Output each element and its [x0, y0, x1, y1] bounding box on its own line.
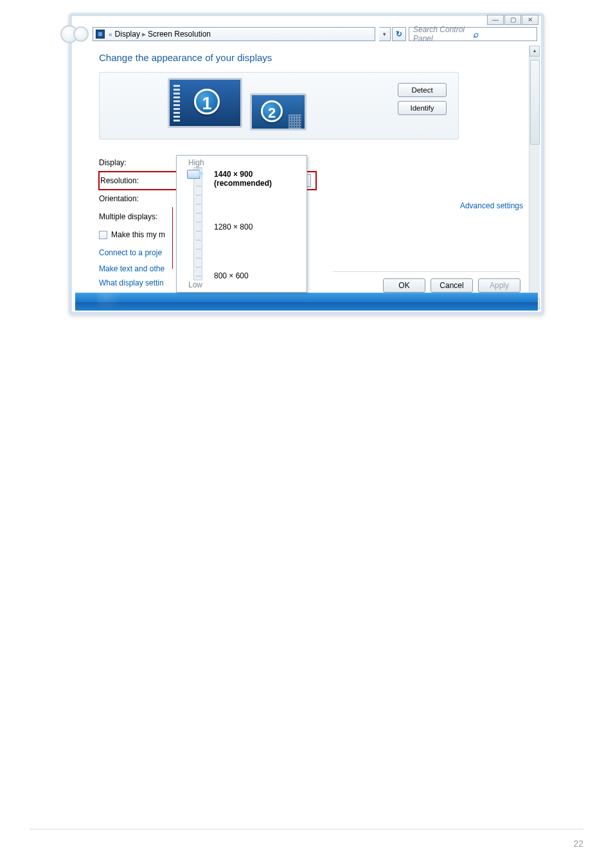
- breadcrumb-back-chevron: «: [109, 31, 112, 38]
- make-main-checkbox[interactable]: [99, 231, 107, 239]
- dialog-buttons: OK Cancel Apply: [333, 271, 520, 293]
- resolution-slider-track[interactable]: [193, 167, 202, 280]
- resolution-mark-800: 800 × 600: [214, 271, 249, 280]
- address-bar[interactable]: « Display ▸ Screen Resolution: [93, 27, 375, 41]
- multiple-displays-row: Multiple displays:: [99, 208, 526, 226]
- apply-button[interactable]: Apply: [478, 278, 520, 293]
- monitor-2[interactable]: 2: [250, 93, 306, 131]
- ok-button[interactable]: OK: [383, 278, 425, 293]
- control-panel-window: — ▢ ✕ « Display ▸ Screen Resolution ▾ ↻ …: [69, 13, 544, 315]
- resolution-mark-1280: 1280 × 800: [214, 222, 253, 231]
- page-number: 22: [573, 838, 583, 849]
- cancel-button[interactable]: Cancel: [431, 278, 473, 293]
- window-controls: — ▢ ✕: [486, 15, 538, 25]
- search-box[interactable]: Search Control Panel ⌕: [409, 27, 537, 41]
- display-row: Display: 2. LM05 ▼: [99, 154, 526, 172]
- breadcrumb-display[interactable]: Display: [115, 30, 140, 39]
- search-placeholder: Search Control Panel: [413, 25, 473, 43]
- multiple-displays-label: Multiple displays:: [99, 212, 176, 221]
- close-button[interactable]: ✕: [522, 15, 538, 25]
- maximize-button[interactable]: ▢: [504, 15, 521, 25]
- identify-button[interactable]: Identify: [398, 101, 447, 115]
- address-dropdown-button[interactable]: ▾: [379, 27, 391, 41]
- monitor-2-number: 2: [261, 100, 283, 122]
- display-label: Display:: [99, 158, 176, 167]
- advanced-settings-link[interactable]: Advanced settings: [460, 201, 523, 210]
- resolution-label: Resolution:: [100, 176, 176, 185]
- forward-button[interactable]: [73, 26, 89, 42]
- nav-bar: « Display ▸ Screen Resolution ▾ ↻ Search…: [72, 25, 541, 43]
- orientation-label: Orientation:: [99, 194, 176, 203]
- taskbar-strip: [75, 293, 538, 311]
- page-rule: [30, 829, 583, 829]
- monitor-1-number: 1: [194, 89, 220, 114]
- page-title: Change the appearance of your displays: [99, 52, 526, 63]
- breadcrumb-screen-resolution[interactable]: Screen Resolution: [148, 30, 211, 39]
- resolution-mark-recommended: 1440 × 900 (recommended): [214, 170, 306, 188]
- make-main-row: Make this my m: [99, 226, 526, 244]
- minimize-button[interactable]: —: [487, 15, 504, 25]
- slider-low-label: Low: [188, 280, 202, 289]
- display-preview: 1 2 Detect Identify: [99, 72, 459, 140]
- detect-button[interactable]: Detect: [398, 83, 447, 97]
- link-connect-projector[interactable]: Connect to a proje: [99, 244, 526, 262]
- resolution-slider-popup: High 1440 × 900 (recommended) 1280 × 800…: [176, 155, 307, 293]
- refresh-button[interactable]: ↻: [392, 27, 406, 41]
- search-icon: ⌕: [473, 29, 533, 39]
- slider-ticks: [196, 168, 201, 280]
- slider-high-label: High: [188, 158, 204, 167]
- control-panel-icon: [96, 30, 105, 39]
- make-main-label: Make this my m: [111, 230, 165, 239]
- breadcrumb-sep-icon: ▸: [142, 30, 146, 39]
- monitor-1[interactable]: 1: [168, 78, 242, 128]
